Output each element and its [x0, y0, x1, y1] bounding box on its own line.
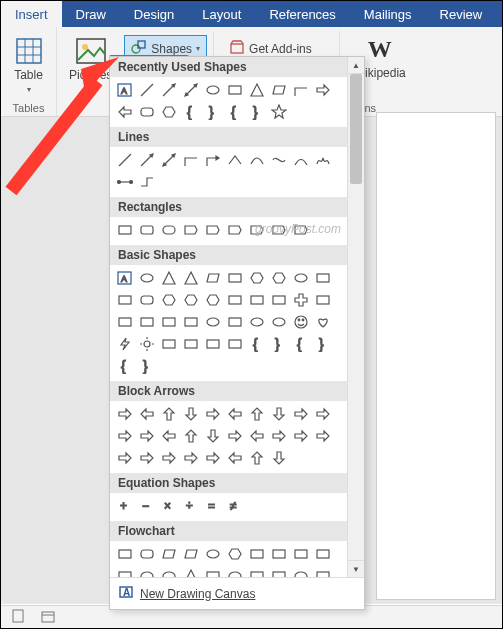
- shape-item[interactable]: [180, 447, 202, 469]
- shape-item[interactable]: [246, 403, 268, 425]
- shape-item[interactable]: [224, 149, 246, 171]
- table-button[interactable]: Table▾: [7, 31, 51, 99]
- shape-item[interactable]: [312, 149, 334, 171]
- shape-item[interactable]: [290, 289, 312, 311]
- tab-view[interactable]: View: [496, 1, 503, 27]
- shape-item[interactable]: [114, 565, 136, 577]
- tab-references[interactable]: References: [255, 1, 349, 27]
- status-icon-page[interactable]: [11, 609, 25, 626]
- shape-item[interactable]: [246, 79, 268, 101]
- shape-item[interactable]: [202, 311, 224, 333]
- shape-item[interactable]: [114, 543, 136, 565]
- shape-item[interactable]: [136, 171, 158, 193]
- shape-item[interactable]: [202, 425, 224, 447]
- shape-item[interactable]: [202, 543, 224, 565]
- shape-item[interactable]: {: [114, 355, 136, 377]
- shape-item[interactable]: [114, 447, 136, 469]
- shape-item[interactable]: [224, 267, 246, 289]
- shape-item[interactable]: −: [136, 495, 158, 517]
- shape-item[interactable]: [136, 267, 158, 289]
- shape-item[interactable]: [180, 267, 202, 289]
- shape-item[interactable]: [136, 219, 158, 241]
- shape-item[interactable]: [158, 267, 180, 289]
- shape-item[interactable]: [312, 267, 334, 289]
- tab-design[interactable]: Design: [120, 1, 188, 27]
- shape-item[interactable]: [114, 219, 136, 241]
- shape-item[interactable]: [136, 447, 158, 469]
- shape-item[interactable]: [224, 289, 246, 311]
- shape-item[interactable]: [224, 447, 246, 469]
- shape-item[interactable]: [158, 219, 180, 241]
- shape-item[interactable]: [290, 149, 312, 171]
- shape-item[interactable]: {: [290, 333, 312, 355]
- shape-item[interactable]: [114, 403, 136, 425]
- shape-item[interactable]: [136, 101, 158, 123]
- shape-item[interactable]: [290, 425, 312, 447]
- scroll-thumb[interactable]: [350, 74, 362, 184]
- shape-item[interactable]: [312, 79, 334, 101]
- shape-item[interactable]: [268, 311, 290, 333]
- shape-item[interactable]: [312, 403, 334, 425]
- shape-item[interactable]: [224, 425, 246, 447]
- shape-item[interactable]: [224, 79, 246, 101]
- shape-item[interactable]: [246, 311, 268, 333]
- shape-item[interactable]: [202, 447, 224, 469]
- shape-item[interactable]: A: [114, 79, 136, 101]
- shape-item[interactable]: {: [224, 101, 246, 123]
- shape-item[interactable]: [202, 289, 224, 311]
- document-page[interactable]: [376, 112, 496, 600]
- shape-item[interactable]: [136, 543, 158, 565]
- tab-mailings[interactable]: Mailings: [350, 1, 426, 27]
- shape-item[interactable]: [312, 425, 334, 447]
- shape-item[interactable]: [158, 403, 180, 425]
- shape-item[interactable]: [202, 219, 224, 241]
- shape-item[interactable]: [224, 543, 246, 565]
- shape-item[interactable]: [312, 311, 334, 333]
- shape-item[interactable]: [180, 289, 202, 311]
- shape-item[interactable]: [246, 543, 268, 565]
- shape-item[interactable]: [312, 543, 334, 565]
- status-icon-cal[interactable]: [41, 609, 55, 626]
- shape-item[interactable]: [224, 565, 246, 577]
- shape-item[interactable]: [290, 565, 312, 577]
- scroll-up-icon[interactable]: ▲: [348, 57, 364, 74]
- shape-item[interactable]: [180, 425, 202, 447]
- shape-item[interactable]: [158, 543, 180, 565]
- shape-item[interactable]: [290, 79, 312, 101]
- shape-item[interactable]: [268, 149, 290, 171]
- shape-item[interactable]: A: [114, 267, 136, 289]
- shape-item[interactable]: [246, 425, 268, 447]
- shape-item[interactable]: }: [312, 333, 334, 355]
- shape-item[interactable]: [290, 403, 312, 425]
- scroll-down-icon[interactable]: ▼: [348, 560, 364, 577]
- shape-item[interactable]: {: [180, 101, 202, 123]
- shape-item[interactable]: [268, 425, 290, 447]
- shape-item[interactable]: [312, 289, 334, 311]
- shape-item[interactable]: [202, 565, 224, 577]
- shape-item[interactable]: [202, 403, 224, 425]
- shape-item[interactable]: [158, 101, 180, 123]
- shape-item[interactable]: }: [136, 355, 158, 377]
- shape-item[interactable]: [202, 267, 224, 289]
- shape-item[interactable]: [136, 565, 158, 577]
- shape-item[interactable]: [224, 403, 246, 425]
- shape-item[interactable]: [312, 565, 334, 577]
- shape-item[interactable]: [202, 333, 224, 355]
- shape-item[interactable]: [246, 289, 268, 311]
- shape-item[interactable]: [180, 149, 202, 171]
- shape-item[interactable]: [136, 333, 158, 355]
- shape-item[interactable]: [246, 447, 268, 469]
- shape-item[interactable]: [224, 311, 246, 333]
- shape-item[interactable]: [224, 219, 246, 241]
- shape-item[interactable]: [136, 425, 158, 447]
- shape-item[interactable]: [290, 311, 312, 333]
- shape-item[interactable]: [268, 79, 290, 101]
- shape-item[interactable]: [158, 79, 180, 101]
- shape-item[interactable]: [114, 101, 136, 123]
- shape-item[interactable]: [246, 565, 268, 577]
- shape-item[interactable]: }: [202, 101, 224, 123]
- shape-item[interactable]: [268, 219, 290, 241]
- shape-item[interactable]: [158, 333, 180, 355]
- shape-item[interactable]: [114, 333, 136, 355]
- shape-item[interactable]: [290, 543, 312, 565]
